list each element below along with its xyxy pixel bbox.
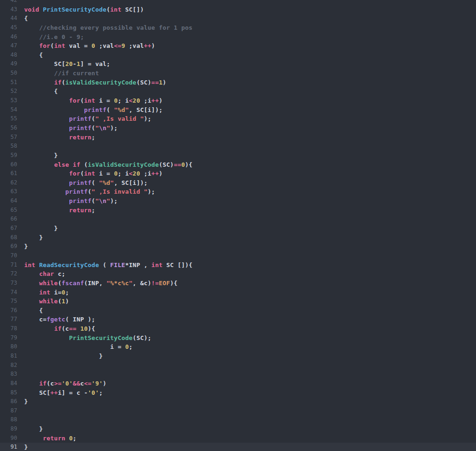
line-number: 48 bbox=[0, 51, 17, 60]
code-line-71[interactable]: 71int ReadSecurityCode ( FILE*INP , int … bbox=[0, 261, 476, 270]
line-number: 69 bbox=[0, 242, 17, 251]
code-line-55[interactable]: 55 printf(" ,Is valid "); bbox=[0, 114, 476, 124]
code-line-85[interactable]: 85 SC[++i] = c -'0'; bbox=[0, 388, 476, 398]
code-line-70[interactable]: 70 bbox=[0, 251, 476, 261]
code-text: printf("\n"); bbox=[17, 124, 118, 133]
line-number: 88 bbox=[0, 415, 17, 425]
code-line-78[interactable]: 78 if(c== 10){ bbox=[0, 324, 476, 333]
line-number: 82 bbox=[0, 361, 17, 370]
code-line-89[interactable]: 89 } bbox=[0, 425, 476, 434]
code-line-66[interactable]: 66 bbox=[0, 215, 476, 224]
code-line-88[interactable]: 88 bbox=[0, 415, 476, 425]
line-number: 81 bbox=[0, 352, 17, 361]
code-text: c=fgetc( INP ); bbox=[17, 315, 95, 324]
code-line-45[interactable]: 45 //checking every possible value for 1… bbox=[0, 23, 476, 33]
code-text: printf( "%d", SC[i]); bbox=[17, 178, 148, 188]
code-line-52[interactable]: 52 { bbox=[0, 87, 476, 96]
line-number: 64 bbox=[0, 196, 17, 206]
code-line-42[interactable]: 42 bbox=[0, 0, 476, 5]
line-number: 60 bbox=[0, 160, 17, 170]
code-line-74[interactable]: 74 int i=0; bbox=[0, 288, 476, 297]
code-text: return 0; bbox=[17, 434, 77, 443]
line-number: 77 bbox=[0, 315, 17, 324]
code-text: else if (isValidSecurityCode(SC)==0){ bbox=[17, 160, 192, 170]
line-number: 80 bbox=[0, 342, 17, 352]
line-number: 56 bbox=[0, 124, 17, 133]
code-text: for(int i = 0; i<20 ;i++) bbox=[17, 169, 163, 178]
code-line-50[interactable]: 50 //if current bbox=[0, 69, 476, 78]
code-line-44[interactable]: 44{ bbox=[0, 14, 476, 23]
line-number: 55 bbox=[0, 114, 17, 124]
line-number: 78 bbox=[0, 324, 17, 333]
code-text: if(isValidSecurityCode(SC)==1) bbox=[17, 78, 166, 87]
code-line-47[interactable]: 47 for(int val = 0 ;val<=9 ;val++) bbox=[0, 41, 476, 51]
code-line-72[interactable]: 72 char c; bbox=[0, 269, 476, 279]
code-line-81[interactable]: 81 } bbox=[0, 352, 476, 361]
code-line-65[interactable]: 65 return; bbox=[0, 206, 476, 215]
code-line-43[interactable]: 43void PrintSecurityCode(int SC[]) bbox=[0, 5, 476, 14]
code-text bbox=[17, 406, 24, 416]
code-line-69[interactable]: 69} bbox=[0, 242, 476, 251]
code-line-73[interactable]: 73 while(fscanf(INP, "%*c%c", &c)!=EOF){ bbox=[0, 279, 476, 288]
code-line-56[interactable]: 56 printf("\n"); bbox=[0, 124, 476, 133]
line-number: 86 bbox=[0, 397, 17, 406]
code-line-77[interactable]: 77 c=fgetc( INP ); bbox=[0, 315, 476, 324]
line-number: 43 bbox=[0, 5, 17, 14]
code-line-64[interactable]: 64 printf("\n"); bbox=[0, 196, 476, 206]
code-text: //i.e 0 - 9; bbox=[17, 33, 84, 42]
code-line-62[interactable]: 62 printf( "%d", SC[i]); bbox=[0, 178, 476, 188]
code-line-90[interactable]: 90 return 0; bbox=[0, 434, 476, 443]
code-line-46[interactable]: 46 //i.e 0 - 9; bbox=[0, 33, 476, 42]
code-line-75[interactable]: 75 while(1) bbox=[0, 297, 476, 306]
code-line-79[interactable]: 79 PrintSecurityCode(SC); bbox=[0, 333, 476, 343]
code-line-61[interactable]: 61 for(int i = 0; i<20 ;i++) bbox=[0, 169, 476, 178]
code-line-83[interactable]: 83 bbox=[0, 370, 476, 379]
code-line-68[interactable]: 68 } bbox=[0, 233, 476, 242]
code-line-48[interactable]: 48 { bbox=[0, 51, 476, 60]
line-number: 74 bbox=[0, 288, 17, 297]
code-line-82[interactable]: 82 bbox=[0, 361, 476, 370]
code-line-51[interactable]: 51 if(isValidSecurityCode(SC)==1) bbox=[0, 78, 476, 87]
line-number: 47 bbox=[0, 41, 17, 51]
code-editor: 4243void PrintSecurityCode(int SC[])44{4… bbox=[0, 0, 476, 451]
line-number: 66 bbox=[0, 215, 17, 224]
code-lines-container: 4243void PrintSecurityCode(int SC[])44{4… bbox=[0, 0, 476, 451]
code-line-87[interactable]: 87 bbox=[0, 406, 476, 416]
code-text: { bbox=[17, 306, 43, 315]
code-line-58[interactable]: 58 bbox=[0, 142, 476, 151]
code-text: i = 0; bbox=[17, 342, 132, 352]
code-text: int ReadSecurityCode ( FILE*INP , int SC… bbox=[17, 261, 192, 270]
code-line-49[interactable]: 49 SC[20-1] = val; bbox=[0, 59, 476, 69]
code-line-53[interactable]: 53 for(int i = 0; i<20 ;i++) bbox=[0, 96, 476, 105]
code-text: printf(" ,Is valid "); bbox=[17, 114, 152, 124]
code-text: printf(" ,Is invalid "); bbox=[17, 187, 155, 196]
code-text: //checking every possible value for 1 po… bbox=[17, 23, 192, 33]
code-text: //if current bbox=[17, 69, 99, 78]
code-text: if(c>='0'&&c<='9') bbox=[17, 379, 106, 388]
code-text: char c; bbox=[17, 269, 66, 279]
code-line-59[interactable]: 59 } bbox=[0, 151, 476, 160]
code-text bbox=[17, 251, 24, 261]
code-text: if(c== 10){ bbox=[17, 324, 95, 333]
line-number: 49 bbox=[0, 59, 17, 69]
code-text: int i=0; bbox=[17, 288, 69, 297]
code-line-91[interactable]: 91} bbox=[0, 443, 476, 451]
code-text: while(fscanf(INP, "%*c%c", &c)!=EOF){ bbox=[17, 279, 178, 288]
line-number: 87 bbox=[0, 406, 17, 416]
code-line-80[interactable]: 80 i = 0; bbox=[0, 342, 476, 352]
code-line-57[interactable]: 57 return; bbox=[0, 133, 476, 142]
code-line-60[interactable]: 60 else if (isValidSecurityCode(SC)==0){ bbox=[0, 160, 476, 170]
code-line-76[interactable]: 76 { bbox=[0, 306, 476, 315]
code-text: { bbox=[17, 51, 43, 60]
code-line-86[interactable]: 86} bbox=[0, 397, 476, 406]
code-text: } bbox=[17, 233, 43, 242]
line-number: 52 bbox=[0, 87, 17, 96]
code-text: SC[20-1] = val; bbox=[17, 59, 110, 69]
code-text: for(int i = 0; i<20 ;i++) bbox=[17, 96, 163, 105]
code-line-67[interactable]: 67 } bbox=[0, 224, 476, 233]
code-line-63[interactable]: 63 printf(" ,Is invalid "); bbox=[0, 187, 476, 196]
line-number: 83 bbox=[0, 370, 17, 379]
code-line-54[interactable]: 54 printf( "%d", SC[i]); bbox=[0, 105, 476, 115]
line-number: 57 bbox=[0, 133, 17, 142]
code-line-84[interactable]: 84 if(c>='0'&&c<='9') bbox=[0, 379, 476, 388]
